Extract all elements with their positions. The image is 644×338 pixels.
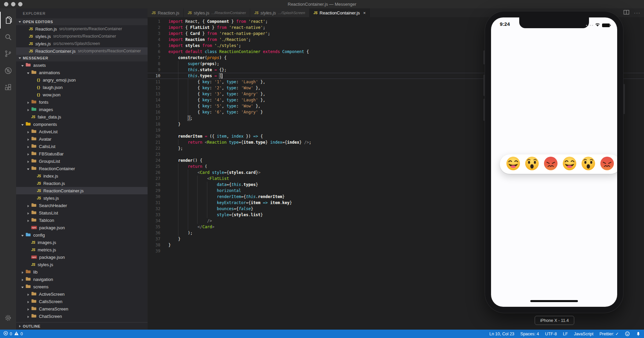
window-controls[interactable] bbox=[4, 2, 22, 6]
laugh-emoji[interactable] bbox=[506, 156, 521, 172]
tree-folder-item[interactable]: Avatar bbox=[16, 135, 148, 143]
settings-gear-icon[interactable] bbox=[0, 309, 16, 326]
tree-folder-item[interactable]: components bbox=[16, 120, 148, 128]
tree-file-item[interactable]: JSstyles.js bbox=[16, 261, 148, 268]
laugh-emoji[interactable] bbox=[562, 156, 577, 172]
angry-emoji[interactable] bbox=[600, 156, 614, 172]
tree-folder-item[interactable]: CallsList bbox=[16, 143, 148, 150]
tree-folder-item[interactable]: fonts bbox=[16, 98, 148, 106]
tree-file-item[interactable]: JSmetrics.js bbox=[16, 246, 148, 253]
problems-indicator[interactable]: 0 bbox=[3, 331, 12, 337]
tree-file-item[interactable]: JSstyles.js bbox=[16, 194, 148, 202]
status-utf-8[interactable]: UTF-8 bbox=[545, 332, 557, 336]
error-icon bbox=[3, 331, 8, 337]
tree-folder-item[interactable]: CallsScreen bbox=[16, 298, 148, 305]
phone-screen: 9:24 bbox=[491, 17, 617, 307]
status-spaces-4[interactable]: Spaces: 4 bbox=[520, 332, 539, 336]
angry-emoji[interactable] bbox=[543, 156, 558, 172]
tree-folder-item[interactable]: GroupsList bbox=[16, 157, 148, 165]
folder-icon bbox=[31, 151, 39, 156]
feedback-smiley-icon[interactable] bbox=[625, 331, 630, 336]
tree-folder-item[interactable]: config bbox=[16, 231, 148, 239]
tree-folder-item[interactable]: TabIcon bbox=[16, 216, 148, 224]
project-header[interactable]: MESSENGER bbox=[16, 55, 148, 61]
line-number: 5 bbox=[148, 43, 160, 49]
tree-folder-item[interactable]: assets bbox=[16, 61, 148, 69]
json-file-icon: {} bbox=[37, 85, 41, 89]
source-control-icon[interactable] bbox=[0, 45, 16, 62]
explorer-icon[interactable] bbox=[0, 12, 16, 29]
open-editor-item[interactable]: JSstyles.jssrc/screens/SplashScreen bbox=[16, 40, 148, 47]
status-javascript[interactable]: JavaScript bbox=[574, 332, 593, 336]
code-text: import { FlatList } from 'react-native'; bbox=[168, 25, 265, 31]
minimize-window-button[interactable] bbox=[11, 2, 15, 6]
tree-folder-item[interactable]: lib bbox=[16, 268, 148, 276]
open-editor-item[interactable]: JSReactionContainer.jssrc/components/Rea… bbox=[16, 47, 148, 55]
open-editor-item[interactable]: JSstyles.jssrc/components/ReactionContai… bbox=[16, 33, 148, 40]
chevron-right-icon bbox=[26, 108, 30, 111]
tree-file-item[interactable]: JSimages.js bbox=[16, 239, 148, 246]
tab-styles-js[interactable]: JSstyles.js.../SplashScreen bbox=[250, 8, 309, 17]
tree-folder-item[interactable]: navigation bbox=[16, 276, 148, 283]
chevron-right-icon bbox=[26, 300, 30, 303]
close-icon[interactable]: × bbox=[363, 10, 366, 15]
tree-folder-item[interactable]: ChatScreen bbox=[16, 312, 148, 320]
status-prettier-[interactable]: Prettier: ✓ bbox=[599, 331, 619, 336]
tree-folder-item[interactable]: StatusList bbox=[16, 209, 148, 216]
status-ln-10-col-23[interactable]: Ln 10, Col 23 bbox=[489, 332, 514, 336]
tree-file-item[interactable]: {}laugh.json bbox=[16, 84, 148, 91]
explorer-sidebar: EXPLORER OPEN EDITORS JSReaction.jssrc/c… bbox=[16, 8, 148, 330]
tree-folder-item[interactable]: screens bbox=[16, 283, 148, 290]
search-icon[interactable] bbox=[0, 29, 16, 45]
js-file-icon: JS bbox=[254, 11, 258, 15]
chevron-right-icon bbox=[26, 137, 30, 141]
tree-file-item[interactable]: {}angry_emoji.json bbox=[16, 76, 148, 84]
line-number: 22 bbox=[148, 145, 160, 151]
code-text: renderItem = ({ item, index }) => { bbox=[168, 133, 263, 139]
tree-folder-item[interactable]: SearchHeader bbox=[16, 202, 148, 209]
debug-icon[interactable] bbox=[0, 62, 16, 79]
split-editor-icon[interactable] bbox=[624, 10, 629, 16]
wow-emoji[interactable] bbox=[581, 156, 596, 172]
tree-folder-item[interactable]: ReactionContainer bbox=[16, 165, 148, 172]
problems-indicator[interactable]: 0 bbox=[14, 331, 23, 337]
tree-file-item[interactable]: JSindex.js bbox=[16, 172, 148, 180]
tree-file-item[interactable]: JSfake_data.js bbox=[16, 113, 148, 120]
tree-folder-item[interactable]: CameraScreen bbox=[16, 305, 148, 312]
tab-label: styles.js bbox=[194, 10, 209, 15]
status-lf[interactable]: LF bbox=[563, 332, 568, 336]
outline-header[interactable]: OUTLINE bbox=[16, 322, 148, 330]
line-number: 29 bbox=[148, 188, 160, 194]
line-number: 3 bbox=[148, 31, 160, 37]
js-file-icon: JS bbox=[31, 115, 35, 119]
extensions-icon[interactable] bbox=[0, 79, 16, 96]
tree-item-label: ReactionContainer bbox=[39, 166, 75, 171]
zoom-window-button[interactable] bbox=[18, 2, 22, 6]
wow-emoji[interactable] bbox=[525, 156, 539, 172]
window-title-bar: ReactionContainer.js — Messenger bbox=[0, 0, 644, 8]
tree-folder-item[interactable]: ActiveList bbox=[16, 128, 148, 135]
tree-file-item[interactable]: npmpackage.json bbox=[16, 253, 148, 261]
folder-icon bbox=[31, 166, 39, 171]
tree-file-item[interactable]: {}wow.json bbox=[16, 91, 148, 98]
tree-item-label: TabIcon bbox=[39, 218, 54, 223]
tree-file-item[interactable]: JSReactionContainer.js bbox=[16, 187, 148, 194]
notifications-bell-icon[interactable] bbox=[636, 331, 641, 336]
tree-folder-item[interactable]: animations bbox=[16, 69, 148, 76]
tree-folder-item[interactable]: FBStatusBar bbox=[16, 150, 148, 157]
tree-file-item[interactable]: JSReaction.js bbox=[16, 180, 148, 187]
tab-styles-js[interactable]: JSstyles.js.../ReactionContainer bbox=[184, 8, 251, 17]
tree-folder-item[interactable]: images bbox=[16, 106, 148, 113]
code-text: } bbox=[168, 121, 180, 127]
code-text: { key: '1', type: 'Laugh' }, bbox=[168, 79, 265, 85]
tree-file-item[interactable]: npmpackage.json bbox=[16, 224, 148, 231]
tree-item-label: StatusList bbox=[39, 210, 58, 215]
close-window-button[interactable] bbox=[4, 2, 8, 6]
tree-item-label: laugh.json bbox=[43, 85, 63, 90]
tab-reactioncontainer-js[interactable]: JSReactionContainer.js× bbox=[310, 8, 370, 17]
open-editors-header[interactable]: OPEN EDITORS bbox=[16, 18, 148, 25]
tab-reaction-js[interactable]: JSReaction.js bbox=[148, 8, 184, 17]
more-actions-icon[interactable]: ··· bbox=[634, 10, 641, 15]
tree-folder-item[interactable]: ActiveScreen bbox=[16, 290, 148, 298]
open-editor-item[interactable]: JSReaction.jssrc/components/ReactionCont… bbox=[16, 25, 148, 33]
